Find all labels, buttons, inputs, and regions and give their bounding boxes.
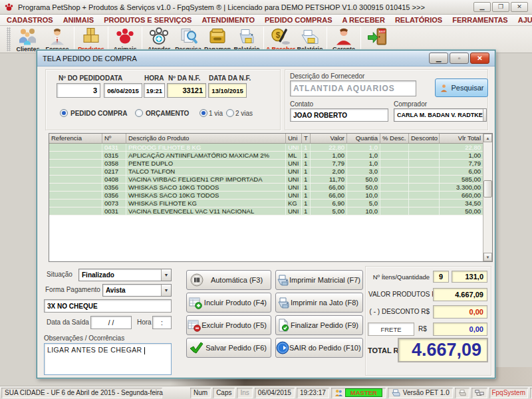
column-header-pdesc[interactable]: % Desc. [380, 134, 409, 143]
table-row[interactable]: 0358PENTE DUPLOUNI17,791,07,79 [49, 160, 492, 168]
cell-t: 1 [302, 176, 311, 183]
toolbar-atender[interactable]: Atender [144, 26, 174, 53]
excluir-produto-button[interactable]: Excluir Produto (F5) [186, 315, 271, 335]
status-network[interactable] [471, 388, 487, 398]
menu-produtos-servicos[interactable]: PRODUTOS E SERVIÇOS [104, 16, 192, 24]
toolbar-gerente[interactable]: Gerente [329, 26, 358, 53]
cell-pdesc [380, 160, 409, 167]
app-minimize-button[interactable]: ▁ [473, 2, 491, 12]
data-saida-field[interactable]: / / [90, 316, 132, 329]
column-header-num[interactable]: Nº [102, 134, 126, 143]
table-row[interactable]: 0031VACINA ELEVENCELL VAC V11 NACIONALUN… [49, 207, 492, 215]
radio-1-via[interactable] [200, 109, 207, 117]
menu-relatorios[interactable]: RELATÓRIOS [395, 16, 442, 24]
column-header-ref[interactable]: Referencia [49, 134, 102, 143]
radio-2-vias[interactable] [226, 109, 234, 117]
window-title: TELA PEDIDO DE COMPRA [43, 55, 137, 63]
menu-ajuda[interactable]: AJUDA [518, 16, 532, 24]
toolbar-a-receber[interactable]: $ A Receber [266, 26, 295, 53]
cell-num: 0217 [102, 168, 126, 175]
status-num: Num [190, 388, 211, 398]
imprimir-jato-button[interactable]: Imprimir na Jato (F8) [275, 293, 363, 313]
imprimir-matricial-button[interactable]: Imprimir Matricial (F7) [275, 270, 363, 290]
column-header-t[interactable]: T [302, 134, 311, 143]
column-header-total[interactable]: Vlr Total [440, 134, 483, 143]
automatica-button[interactable]: Automática (F3) [186, 270, 271, 290]
table-row[interactable]: 0356WHISKAS SACO 10KG TODOSUNI166,0010,0… [49, 192, 492, 200]
radio-pedido-compra[interactable] [60, 109, 68, 117]
app-close-button[interactable]: ✕ [511, 2, 528, 12]
menu-atendimento[interactable]: ATENDIMENTO [201, 16, 255, 24]
column-header-valor[interactable]: Valor [311, 134, 347, 143]
scroll-up-icon[interactable]: ▲ [483, 134, 492, 142]
situacao-dropdown[interactable]: Finalizado ▼ [78, 269, 172, 281]
toolbar-pagamentos[interactable]: Pagamen [203, 26, 232, 53]
comprador-dropdown[interactable]: CARLA M. BADAN V. RADTKE ▼ [394, 108, 487, 122]
hora-field[interactable]: 19:21 [144, 83, 165, 98]
toolbar-exit[interactable]: EXIT [363, 26, 392, 53]
window-close-button[interactable]: ✕ [470, 53, 489, 64]
num-pedido-field[interactable]: 3 [57, 83, 100, 98]
status-printer[interactable] [455, 388, 469, 398]
data-nf-field[interactable]: 13/10/2015 [208, 83, 247, 98]
toolbar-pesquisa[interactable]: Pesquisa [174, 26, 203, 53]
column-header-uni[interactable]: Uni [286, 134, 302, 143]
app-restore-button[interactable]: ❐ [492, 2, 509, 12]
radio-orcamento[interactable] [135, 109, 143, 117]
finalizar-pedido-button[interactable]: Finalizar Pedido (F9) [275, 315, 363, 335]
cell-ref [49, 152, 102, 159]
toolbar-separator [108, 27, 108, 52]
pesquisar-button[interactable]: Pesquisar [435, 78, 488, 97]
table-row[interactable]: 0431PRODOG FILHOTE 8 KGUNI122,801,022,80 [49, 144, 492, 152]
quantidade-field: 131,0 [452, 271, 487, 283]
menu-cadastros[interactable]: CADASTROS [7, 16, 53, 24]
toolbar-fornecedores[interactable]: Fornece [43, 26, 72, 53]
salvar-pedido-label: Salvar Pedido (F6) [205, 344, 271, 352]
forma-pagamento-label: Forma Pagamento [45, 286, 100, 293]
data-field[interactable]: 06/04/2015 [104, 83, 142, 98]
table-row[interactable]: 0315APLICAÇÃO ANTIINFLAMATÓRIO MAXICAM 2… [49, 152, 492, 160]
window-titlebar[interactable]: TELA PEDIDO DE COMPRA ▁ ▫ ✕ [37, 51, 495, 66]
scroll-down-icon[interactable]: ▼ [483, 253, 492, 261]
column-header-desconto[interactable]: Desconto [409, 134, 440, 143]
toolbar-clientes[interactable]: Clientes [13, 26, 43, 53]
hora-saida-field[interactable]: : [152, 316, 172, 329]
cell-ref [49, 144, 102, 151]
column-header-qtd[interactable]: Quantia [347, 134, 380, 143]
frete-label-box[interactable]: FRETE [368, 323, 414, 336]
forma-pagamento-dropdown[interactable]: Avista ▼ [102, 284, 172, 297]
observacoes-textarea[interactable]: LIGAR ANTES DE CHEGAR [44, 343, 172, 375]
cell-ref [49, 192, 102, 199]
sair-pedido-button[interactable]: SAIR do Pedido (F10) [275, 338, 363, 358]
chevron-down-icon: ▼ [161, 285, 171, 296]
menu-a-receber[interactable]: A RECEBER [342, 16, 385, 24]
incluir-produto-button[interactable]: Incluir Produto (F4) [186, 293, 271, 313]
table-row[interactable]: 0217TALCO TALFONUNI12,003,06,00 [49, 168, 492, 176]
menu-ferramentas[interactable]: FERRAMENTAS [452, 16, 508, 24]
toolbar-animais[interactable]: Animais [110, 26, 140, 53]
receivables-icon: $ [270, 27, 291, 46]
toolbar-produtos[interactable]: Produtos [76, 26, 106, 53]
status-versao-text: Versão PET 1.0 [403, 389, 450, 396]
menu-pedido-compras[interactable]: PEDIDO COMPRAS [265, 16, 332, 24]
fornecedor-field[interactable]: ATLANTIDA AQUARIOS [290, 80, 416, 96]
window-minimize-button[interactable]: ▁ [429, 53, 448, 64]
scrollbar-thumb[interactable] [483, 180, 492, 198]
toolbar-relatorio-1[interactable]: Relatório [232, 26, 261, 53]
column-header-desc[interactable]: Descrição do Produto [126, 134, 286, 143]
nf-field[interactable]: 33121 [167, 83, 206, 98]
table-row[interactable]: 0356WHISKAS SACO 10KG TODOSUNI166,0050,0… [49, 184, 492, 192]
pagamento-obs-field[interactable]: 3X NO CHEQUE [44, 299, 172, 313]
cell-ref [49, 207, 102, 215]
frete-field[interactable]: 0,00 [433, 323, 487, 336]
situacao-label: Situação [47, 271, 72, 278]
toolbar-relatorio-2[interactable]: Relatório [295, 26, 325, 53]
salvar-pedido-button[interactable]: Salvar Pedido (F6) [186, 338, 271, 358]
cell-desconto [409, 200, 440, 207]
menu-animais[interactable]: ANIMAIS [63, 16, 94, 24]
table-scrollbar[interactable]: ▲ ▼ [483, 134, 492, 261]
window-restore-button[interactable]: ▫ [450, 53, 469, 64]
table-row[interactable]: 0408VACINA VIRBAC FELIGEN1 CRP IMPORTADA… [49, 176, 492, 184]
contato-field[interactable]: JOAO ROBERTO [290, 108, 388, 122]
table-row[interactable]: 0073WHISKAS FILHOTE KGKG16,905,034,50 [49, 200, 492, 207]
